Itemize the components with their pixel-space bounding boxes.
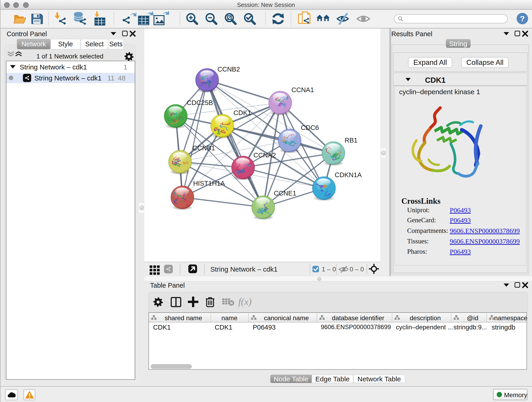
svg-text:RB1: RB1 [345, 137, 357, 144]
svg-text:CCNB2: CCNB2 [217, 65, 240, 73]
svg-text:CCNB1: CCNB1 [192, 144, 215, 152]
svg-text:CDC25B: CDC25B [187, 99, 213, 106]
svg-text:CDKN1A: CDKN1A [335, 171, 362, 179]
svg-text:CDK1: CDK1 [234, 109, 251, 116]
svg-text:CCNE1: CCNE1 [274, 190, 296, 197]
svg-text:CCNA1: CCNA1 [291, 86, 314, 94]
svg-text:HIST1H1A: HIST1H1A [193, 180, 225, 187]
svg-text:CCNA2: CCNA2 [253, 152, 276, 159]
svg-text:CDC6: CDC6 [301, 124, 319, 131]
